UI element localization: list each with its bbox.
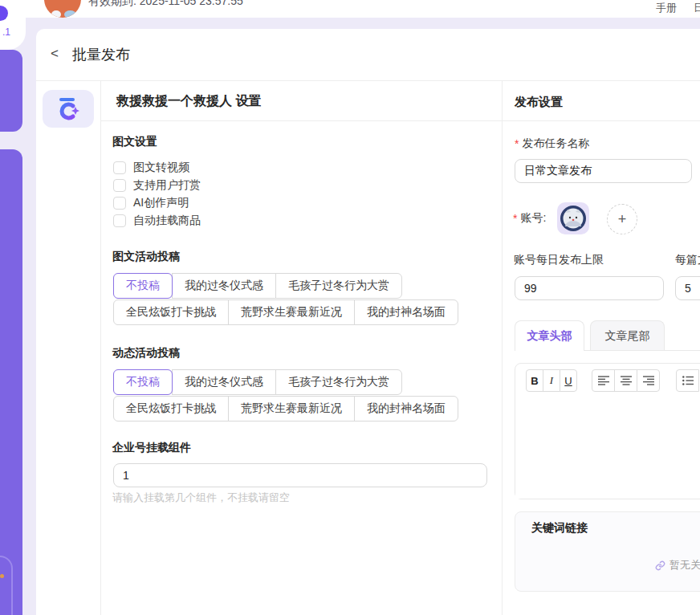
validity-text: 有效期到: 2025-11-05 23:57:55: [88, 0, 243, 9]
avatar-detail: [51, 10, 61, 18]
log-link[interactable]: 日志: [694, 1, 700, 15]
activity-option-button[interactable]: 我的封神名场面: [354, 396, 458, 422]
editor-content[interactable]: [515, 393, 699, 499]
per-article-input[interactable]: [675, 276, 700, 300]
activity-option-button[interactable]: 荒野求生赛最新近况: [228, 299, 355, 325]
activity-option-button[interactable]: 我的封神名场面: [354, 299, 458, 325]
article-activity-label: 图文活动投稿: [112, 250, 180, 264]
list-group: [676, 369, 699, 392]
task-name-input[interactable]: [515, 159, 692, 183]
account-avatar[interactable]: [557, 202, 589, 234]
align-center-button[interactable]: [614, 369, 637, 392]
checkbox-label: AI创作声明: [133, 196, 189, 210]
tab-article-footer[interactable]: 文章尾部: [590, 320, 665, 351]
enterprise-component-input[interactable]: [113, 463, 487, 487]
back-button[interactable]: <: [51, 46, 59, 62]
checkbox[interactable]: [113, 161, 126, 174]
activity-option-button[interactable]: 全民炫饭打卡挑战: [113, 396, 229, 422]
checkbox-row[interactable]: 自动挂载商品: [113, 214, 201, 228]
account-label-text: 账号:: [520, 211, 546, 226]
c-logo-icon: [55, 97, 82, 121]
task-name-label: * 发布任务名称: [515, 136, 589, 151]
page: 有效期到: 2025-11-05 23:57:55 手册 日志 .1 < 批量发…: [0, 0, 700, 615]
user-avatar[interactable]: [44, 0, 81, 18]
checkbox[interactable]: [113, 179, 126, 192]
align-right-button[interactable]: [637, 369, 660, 392]
required-mark: *: [513, 212, 517, 225]
avatar-detail: [64, 10, 76, 18]
checkbox-row[interactable]: 图文转视频: [113, 161, 189, 175]
checkbox[interactable]: [113, 214, 126, 227]
checkbox-label: 自动挂载商品: [133, 214, 201, 228]
account-label: * 账号:: [513, 211, 546, 226]
link-icon: [655, 560, 665, 571]
enterprise-component-label: 企业号挂载组件: [112, 441, 191, 455]
title-divider: [101, 120, 700, 121]
activity-option-button[interactable]: 全民炫饭打卡挑战: [113, 299, 229, 325]
activity-option-button[interactable]: 我的过冬仪式感: [172, 369, 276, 395]
checkbox-row[interactable]: AI创作声明: [113, 196, 189, 210]
align-right-icon: [643, 376, 654, 385]
checkbox-label: 图文转视频: [133, 161, 189, 175]
bullet-list-icon: [682, 376, 694, 385]
activity-option-button[interactable]: 毛孩子过冬行为大赏: [275, 273, 402, 299]
right-panel-title: 发布设置: [515, 95, 563, 110]
version-label: .1: [2, 26, 10, 38]
checkbox-row[interactable]: 支持用户打赏: [113, 178, 201, 193]
activity-option-button[interactable]: 毛孩子过冬行为大赏: [275, 369, 402, 395]
sidebar-bottom-card[interactable]: [0, 556, 13, 615]
header-divider: [36, 80, 700, 81]
per-article-label: 每篇文章: [675, 253, 700, 267]
activity-option-button[interactable]: 不投稿: [113, 369, 173, 395]
article-activity-row-2: 全民炫饭打卡挑战 荒野求生赛最新近况 我的封神名场面: [113, 299, 458, 325]
align-center-icon: [621, 376, 632, 385]
italic-button[interactable]: I: [543, 369, 560, 392]
tab-article-header[interactable]: 文章头部: [515, 320, 584, 351]
activity-option-button[interactable]: 荒野求生赛最新近况: [228, 396, 355, 422]
image-text-settings-label: 图文设置: [112, 135, 157, 149]
cat-avatar-icon: [560, 205, 587, 232]
keyword-link-empty: 暂无关键词链接: [655, 558, 700, 572]
panel-divider: [502, 81, 503, 615]
enterprise-component-hint: 请输入挂载第几个组件，不挂载请留空: [112, 491, 290, 505]
add-account-button[interactable]: +: [607, 204, 637, 234]
required-mark: *: [515, 137, 519, 150]
daily-limit-label: 账号每日发布上限: [514, 253, 604, 267]
dynamic-activity-label: 动态活动投稿: [112, 346, 180, 360]
align-left-button[interactable]: [592, 369, 615, 392]
align-group: [592, 369, 660, 392]
notification-dot: [0, 574, 4, 578]
checkbox[interactable]: [113, 197, 126, 210]
underline-button[interactable]: U: [560, 369, 577, 392]
keyword-link-title: 关键词链接: [531, 521, 588, 536]
bold-button[interactable]: B: [526, 369, 543, 392]
left-panel-title: 救援救援一个救援人 设置: [116, 93, 261, 110]
format-group: B I U: [526, 369, 577, 392]
task-name-label-text: 发布任务名称: [522, 136, 589, 151]
page-title: 批量发布: [72, 45, 130, 64]
keyword-link-card: 关键词链接 暂无关键词链接: [515, 511, 700, 592]
bullet-list-button[interactable]: [676, 369, 699, 392]
top-bar: 有效期到: 2025-11-05 23:57:55 手册 日志: [0, 0, 700, 18]
activity-option-button[interactable]: 不投稿: [113, 273, 173, 299]
keyword-link-empty-text: 暂无关键词链接: [669, 558, 700, 572]
sidebar-segment: [0, 50, 22, 132]
activity-option-button[interactable]: 我的过冬仪式感: [172, 273, 276, 299]
sidebar-segment: [0, 149, 22, 615]
dynamic-activity-row-2: 全民炫饭打卡挑战 荒野求生赛最新近况 我的封神名场面: [113, 396, 458, 422]
dynamic-activity-row-1: 不投稿 我的过冬仪式感 毛孩子过冬行为大赏: [113, 369, 402, 395]
platform-logo: [43, 90, 94, 128]
checkbox-label: 支持用户打赏: [133, 178, 201, 193]
align-left-icon: [598, 376, 609, 385]
plus-icon: +: [618, 211, 627, 228]
icon-column-divider: [100, 81, 101, 615]
manual-link[interactable]: 手册: [656, 1, 677, 15]
tab-bottom-line: [584, 350, 700, 351]
daily-limit-input[interactable]: [515, 276, 664, 300]
article-activity-row-1: 不投稿 我的过冬仪式感 毛孩子过冬行为大赏: [113, 273, 402, 299]
